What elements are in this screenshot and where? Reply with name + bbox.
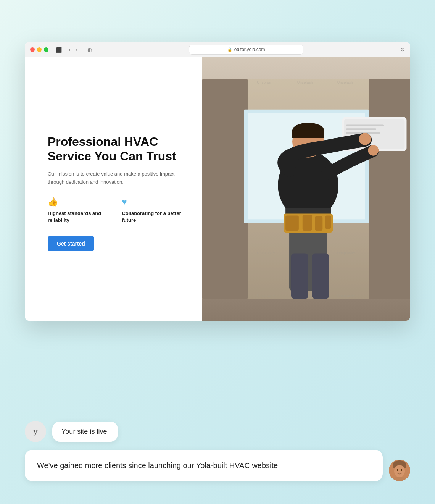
lock-icon: 🔒 bbox=[227, 47, 232, 52]
heart-icon: ♥ bbox=[122, 197, 183, 207]
address-bar[interactable]: 🔒 editor.yola.com bbox=[189, 45, 303, 55]
feature-standards-label: Highest standards and reliability bbox=[48, 210, 110, 224]
browser-nav: ‹ › bbox=[67, 46, 79, 53]
svg-rect-22 bbox=[325, 215, 331, 229]
svg-point-14 bbox=[359, 133, 371, 145]
back-button[interactable]: ‹ bbox=[67, 46, 72, 53]
svg-rect-8 bbox=[346, 128, 376, 130]
yola-letter: y bbox=[34, 426, 38, 436]
sidebar-toggle-icon[interactable]: ⬛ bbox=[55, 47, 62, 53]
svg-point-29 bbox=[397, 469, 398, 471]
browser-content: Professional HVAC Service You Can Trust … bbox=[25, 57, 410, 321]
chat-bubble-live-text: Your site is live! bbox=[61, 428, 109, 435]
hero-title: Professional HVAC Service You Can Trust bbox=[48, 134, 183, 164]
features-row: 👍 Highest standards and reliability ♥ Co… bbox=[48, 197, 183, 224]
svg-rect-2 bbox=[369, 79, 410, 299]
user-avatar-svg bbox=[389, 460, 410, 481]
chat-section: y Your site is live! We've gained more c… bbox=[25, 421, 410, 481]
hero-image: Unsplash+ Unsplash+ Unsplash+ Unsplash+ … bbox=[202, 57, 410, 321]
close-button[interactable] bbox=[30, 47, 35, 52]
url-text: editor.yola.com bbox=[234, 47, 265, 52]
svg-rect-24 bbox=[312, 254, 329, 299]
thumbsup-icon: 👍 bbox=[48, 197, 110, 207]
worker-svg bbox=[202, 57, 410, 321]
svg-point-15 bbox=[368, 145, 379, 156]
get-started-button[interactable]: Get started bbox=[48, 236, 94, 251]
svg-point-28 bbox=[394, 465, 405, 477]
yola-avatar: y bbox=[25, 421, 46, 442]
browser-window: ⬛ ‹ › ◐ 🔒 editor.yola.com ↻ Professional… bbox=[25, 42, 410, 321]
window-controls bbox=[30, 47, 48, 52]
hero-description: Our mission is to create value and make … bbox=[48, 170, 183, 186]
chat-bubble-live: Your site is live! bbox=[52, 422, 118, 442]
address-bar-container: 🔒 editor.yola.com bbox=[96, 45, 396, 55]
feature-standards: 👍 Highest standards and reliability bbox=[48, 197, 110, 224]
chat-row-notification: y Your site is live! bbox=[25, 421, 410, 442]
hero-left-panel: Professional HVAC Service You Can Trust … bbox=[25, 57, 202, 321]
svg-rect-21 bbox=[315, 216, 322, 231]
svg-rect-23 bbox=[291, 254, 308, 299]
hero-image-panel: Unsplash+ Unsplash+ Unsplash+ Unsplash+ … bbox=[202, 57, 410, 321]
svg-rect-1 bbox=[202, 79, 248, 299]
feature-collab: ♥ Collaborating for a better future bbox=[122, 197, 183, 224]
feature-collab-label: Collaborating for a better future bbox=[122, 210, 183, 224]
minimize-button[interactable] bbox=[37, 47, 42, 52]
forward-button[interactable]: › bbox=[74, 46, 79, 53]
svg-rect-13 bbox=[292, 130, 324, 138]
browser-toolbar: ⬛ ‹ › ◐ 🔒 editor.yola.com ↻ bbox=[25, 42, 410, 57]
svg-rect-19 bbox=[285, 215, 299, 231]
user-avatar bbox=[389, 460, 410, 481]
chat-row-testimonial: We've gained more clients since launchin… bbox=[25, 450, 410, 481]
svg-point-30 bbox=[401, 469, 402, 471]
chat-bubble-testimonial: We've gained more clients since launchin… bbox=[25, 450, 383, 481]
reload-button[interactable]: ↻ bbox=[400, 47, 405, 53]
svg-rect-20 bbox=[302, 215, 312, 231]
svg-rect-7 bbox=[346, 124, 383, 126]
maximize-button[interactable] bbox=[44, 47, 48, 52]
brightness-icon: ◐ bbox=[87, 47, 92, 53]
chat-bubble-testimonial-text: We've gained more clients since launchin… bbox=[37, 461, 280, 470]
